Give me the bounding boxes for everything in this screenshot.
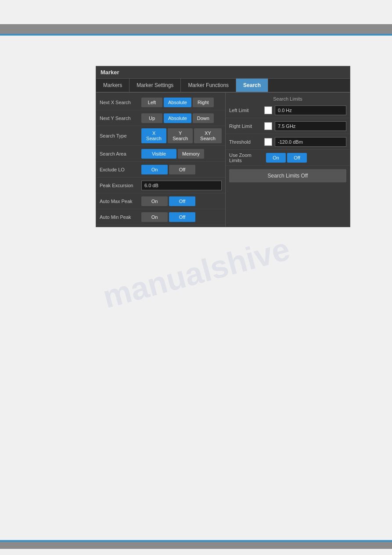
search-type-buttons: X Search Y Search XY Search <box>141 128 222 143</box>
auto-min-off-button[interactable]: Off <box>169 212 195 222</box>
next-y-down-button[interactable]: Down <box>193 113 214 123</box>
right-limit-row: Right Limit <box>226 118 350 134</box>
peak-excursion-row: Peak Excursion <box>96 178 225 193</box>
next-x-absolute-button[interactable]: Absolute <box>164 98 191 107</box>
use-zoom-limits-row: Use Zoom Limits On Off <box>226 150 350 166</box>
auto-min-peak-row: Auto Min Peak On Off <box>96 209 225 225</box>
search-limits-off-button[interactable]: Search Limits Off <box>229 169 346 182</box>
search-area-buttons: Visible Memory <box>141 149 204 159</box>
search-area-visible-button[interactable]: Visible <box>141 149 176 159</box>
tab-search[interactable]: Search <box>236 79 268 92</box>
next-x-search-label: Next X Search <box>100 100 141 105</box>
peak-excursion-label: Peak Excursion <box>100 183 141 188</box>
search-type-row: Search Type X Search Y Search XY Search <box>96 126 225 146</box>
threshold-input[interactable] <box>275 137 346 147</box>
auto-min-peak-buttons: On Off <box>141 212 195 222</box>
auto-max-off-button[interactable]: Off <box>169 196 195 206</box>
left-limit-label: Left Limit <box>229 108 264 113</box>
exclude-lo-row: Exclude LO On Off <box>96 162 225 178</box>
left-limit-row: Left Limit <box>226 102 350 118</box>
auto-max-peak-row: Auto Max Peak On Off <box>96 193 225 209</box>
left-panel: Next X Search Left Absolute Right Next Y… <box>96 93 226 227</box>
exclude-lo-label: Exclude LO <box>100 167 141 172</box>
marker-dialog: Marker Markers Marker Settings Marker Fu… <box>96 66 350 227</box>
use-zoom-limits-label: Use Zoom Limits <box>229 152 264 163</box>
threshold-row: Threshold <box>226 134 350 150</box>
tab-markers[interactable]: Markers <box>96 79 129 92</box>
next-x-left-button[interactable]: Left <box>141 98 162 107</box>
next-x-right-button[interactable]: Right <box>193 98 214 107</box>
threshold-label: Threshold <box>229 139 264 145</box>
search-area-memory-button[interactable]: Memory <box>178 149 204 159</box>
use-zoom-limits-buttons: On Off <box>266 153 307 163</box>
watermark: manualshive <box>99 231 293 315</box>
left-limit-input[interactable] <box>275 105 346 115</box>
xy-search-button[interactable]: XY Search <box>194 128 222 143</box>
x-search-button[interactable]: X Search <box>141 128 166 143</box>
top-bar-blue <box>0 34 392 36</box>
dialog-title: Marker <box>96 66 350 79</box>
dialog-title-text: Marker <box>101 69 119 76</box>
y-search-button[interactable]: Y Search <box>168 128 193 143</box>
next-y-absolute-button[interactable]: Absolute <box>164 113 191 123</box>
exclude-lo-buttons: On Off <box>141 165 195 174</box>
next-x-search-buttons: Left Absolute Right <box>141 98 214 107</box>
exclude-lo-off-button[interactable]: Off <box>169 165 195 174</box>
auto-max-on-button[interactable]: On <box>141 196 168 206</box>
next-x-search-row: Next X Search Left Absolute Right <box>96 94 225 110</box>
zoom-limits-off-button[interactable]: Off <box>287 153 307 163</box>
search-area-row: Search Area Visible Memory <box>96 146 225 162</box>
threshold-checkbox[interactable] <box>264 138 272 146</box>
right-limit-label: Right Limit <box>229 123 264 129</box>
peak-excursion-input[interactable] <box>141 181 222 190</box>
search-limits-header: Search Limits <box>226 94 350 102</box>
search-type-label: Search Type <box>100 133 141 138</box>
zoom-limits-on-button[interactable]: On <box>266 153 286 163</box>
search-area-label: Search Area <box>100 151 141 156</box>
tab-marker-functions[interactable]: Marker Functions <box>181 79 236 92</box>
dialog-body: Next X Search Left Absolute Right Next Y… <box>96 93 350 227</box>
next-y-search-row: Next Y Search Up Absolute Down <box>96 110 225 126</box>
right-panel: Search Limits Left Limit Right Limit Thr… <box>226 93 350 227</box>
exclude-lo-on-button[interactable]: On <box>141 165 168 174</box>
right-limit-input[interactable] <box>275 121 346 131</box>
left-limit-checkbox[interactable] <box>264 106 272 114</box>
top-bar <box>0 24 392 34</box>
auto-min-on-button[interactable]: On <box>141 212 168 222</box>
auto-max-peak-label: Auto Max Peak <box>100 199 141 204</box>
tab-marker-settings[interactable]: Marker Settings <box>129 79 181 92</box>
tabs-row: Markers Marker Settings Marker Functions… <box>96 79 350 93</box>
next-y-search-label: Next Y Search <box>100 116 141 121</box>
next-y-up-button[interactable]: Up <box>141 113 162 123</box>
auto-max-peak-buttons: On Off <box>141 196 195 206</box>
next-y-search-buttons: Up Absolute Down <box>141 113 214 123</box>
right-limit-checkbox[interactable] <box>264 122 272 130</box>
auto-min-peak-label: Auto Min Peak <box>100 214 141 220</box>
bottom-bar-gray <box>0 542 392 549</box>
